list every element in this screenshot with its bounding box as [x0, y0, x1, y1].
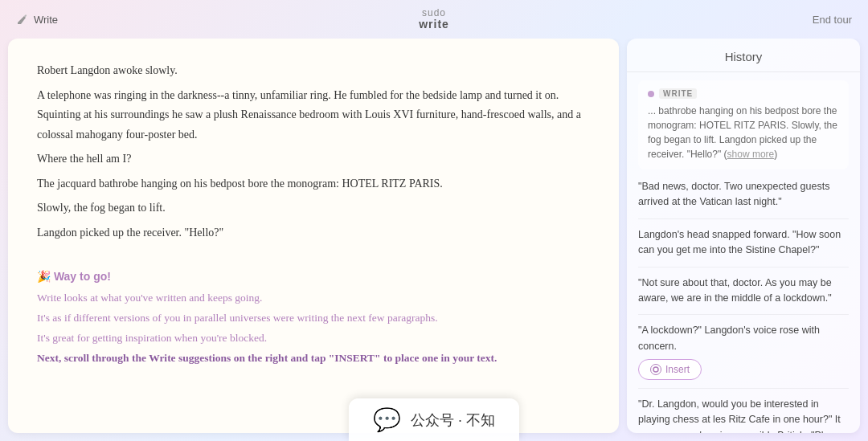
history-item-5: "Dr. Langdon, would you be interested in…: [638, 397, 849, 433]
history-header: History: [627, 39, 860, 72]
history-write-section: WRITE ... bathrobe hanging on his bedpos…: [638, 80, 849, 169]
history-panel: History WRITE ... bathrobe hanging on hi…: [627, 39, 860, 433]
paragraph-4: The jacquard bathrobe hanging on his bed…: [37, 174, 590, 194]
topbar: Write sudo write End tour: [0, 0, 868, 39]
end-tour-button[interactable]: End tour: [813, 14, 852, 26]
main-layout: Robert Langdon awoke slowly. A telephone…: [0, 39, 868, 441]
history-item-2: Langdon's head snapped forward. "How soo…: [638, 227, 849, 267]
insert-icon-1: [650, 364, 661, 375]
paragraph-2: A telephone was ringing in the darkness-…: [37, 86, 590, 145]
write-label: Write: [34, 14, 58, 26]
history-item-1: "Bad news, doctor. Two unexpected guests…: [638, 179, 849, 219]
insert-label-1: Insert: [665, 364, 690, 375]
history-item-3: "Not sure about that, doctor. As you may…: [638, 276, 849, 316]
suggestion-title: 🎉 Way to go!: [37, 270, 590, 283]
suggestion-line-3: It's great for getting inspiration when …: [37, 329, 590, 348]
insert-button-1[interactable]: Insert: [638, 359, 702, 380]
pen-icon: [16, 13, 29, 26]
editor-panel[interactable]: Robert Langdon awoke slowly. A telephone…: [8, 39, 619, 433]
show-more-link[interactable]: show more: [727, 149, 775, 160]
history-item-4: "A lockdown?" Langdon's voice rose with …: [638, 323, 849, 389]
write-dot-icon: [648, 91, 654, 97]
write-badge: WRITE: [659, 88, 697, 99]
history-write-text: ... bathrobe hanging on his bedpost bore…: [648, 104, 839, 161]
write-button[interactable]: Write: [16, 13, 58, 26]
paragraph-6: Langdon picked up the receiver. "Hello?": [37, 223, 590, 243]
suggestion-line-2: It's as if different versions of you in …: [37, 309, 590, 328]
logo-bottom: write: [419, 18, 449, 31]
history-write-label: WRITE: [648, 88, 839, 99]
suggestion-line-1: Write looks at what you've written and k…: [37, 289, 590, 308]
app-logo: sudo write: [419, 8, 449, 31]
editor-content: Robert Langdon awoke slowly. A telephone…: [37, 61, 590, 243]
suggestion-box: 🎉 Way to go! Write looks at what you've …: [37, 270, 590, 368]
suggestion-lines: Write looks at what you've written and k…: [37, 289, 590, 368]
svg-point-0: [653, 367, 658, 372]
history-body[interactable]: WRITE ... bathrobe hanging on his bedpos…: [627, 72, 860, 433]
paragraph-5: Slowly, the fog began to lift.: [37, 198, 590, 218]
suggestion-line-4: Next, scroll through the Write suggestio…: [37, 349, 590, 368]
paragraph-3: Where the hell am I?: [37, 149, 590, 169]
paragraph-1: Robert Langdon awoke slowly.: [37, 61, 590, 81]
